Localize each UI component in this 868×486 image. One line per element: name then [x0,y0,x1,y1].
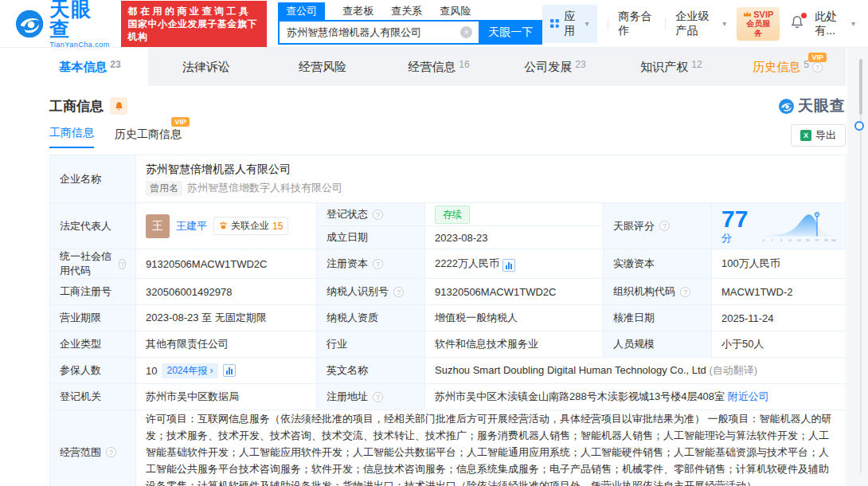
business-info-table: 企业名称 苏州智慧倍增机器人有限公司 曾用名 苏州智慧倍增数字人科技有限公司 法… [49,155,846,486]
help-icon[interactable]: ? [812,62,823,73]
reg-status-label: 登记状态 [326,207,368,221]
related-companies-badge[interactable]: 关联企业 15 [213,217,288,235]
subtab-history-business-info[interactable]: VIP 历史工商信息 [115,127,182,148]
reg-authority-value: 苏州市吴中区数据局 [136,384,317,410]
top-header: 天眼查 TianYanCha.com 都在用的商业查询工具 国家中小企业发展子基… [0,0,868,48]
help-icon[interactable]: ? [680,287,690,297]
legal-rep-avatar[interactable]: 王 [146,214,170,238]
company-type-label: 企业类型 [50,331,136,358]
uscc-label: 统一社会信用代码 [60,249,114,278]
subscribe-bell-icon[interactable] [110,97,127,115]
reg-status-badge: 存续 [435,206,470,224]
en-name-label: 英文名称 [317,358,425,384]
nearby-companies-link[interactable]: 附近公司 [728,390,769,402]
apps-menu[interactable]: 应用 ▾ [542,5,596,43]
tab-history-info[interactable]: VIP 历史信息5 ? [729,48,846,86]
former-name-badge: 曾用名 [146,181,182,196]
tianyan-score[interactable]: 77 分 [721,206,836,247]
table-row: 经营范围 ? 许可项目：互联网信息服务（依法须经批准的项目，经相关部门批准后方可… [50,410,846,486]
svg-text:15: 15 [788,237,792,241]
svg-text:3: 3 [780,237,782,241]
subtab-business-info[interactable]: 工商信息 [49,126,94,148]
tab-legal-proceedings[interactable]: 法律诉讼 [148,48,264,86]
svg-text:85: 85 [807,237,810,241]
taxpayer-quali-value: 增值税一般纳税人 [425,305,604,331]
feedback-widget-icon[interactable] [854,121,864,131]
org-code-label: 组织机构代码 [613,284,675,299]
help-icon[interactable]: ? [393,287,404,297]
former-name: 苏州智慧倍增数字人科技有限公司 [187,181,342,195]
tab-basic-info[interactable]: 基本信息23 [32,48,148,86]
company-nav-tabs: 基本信息23 法律诉讼 经营风险 经营信息16 公司发展23 知识产权12 VI… [32,48,846,86]
est-date: 2023-08-23 [425,226,604,249]
help-icon[interactable]: ? [119,259,126,269]
svg-text:97: 97 [815,237,819,241]
table-row: 工商注册号 320506001492978 纳税人识别号 ? 91320506M… [50,279,846,305]
tianyancha-logo-icon [14,8,45,40]
help-icon[interactable]: ? [373,210,383,220]
user-account-menu[interactable]: 此处有... ▾ [815,10,855,38]
svip-membership-button[interactable]: SVIP 会员服务 [737,7,780,41]
tianyancha-logo[interactable]: 天眼查 TianYanCha.com [14,0,111,49]
header-menu: 应用 ▾ 商务合作 企业级产品 ▾ SVIP 会员服务 [542,5,868,43]
industry-label: 行业 [317,331,425,358]
capital-chart-icon[interactable] [502,259,515,272]
reg-no-label: 工商注册号 [50,279,136,305]
notification-bell-icon[interactable] [790,15,804,32]
search-tabs: 查公司 查老板 查关系 查风险 [278,2,542,20]
tab-company-development[interactable]: 公司发展23 [497,48,613,86]
enterprise-product-menu[interactable]: 企业级产品 ▾ [675,10,726,38]
divider [608,18,608,29]
scrollbar-thumb[interactable] [859,59,862,115]
table-row: 统一社会信用代码 ? 91320506MACW1TWD2C 注册资本 ? 222… [50,249,846,279]
cooperation-link[interactable]: 商务合作 [618,10,654,38]
legal-rep-link[interactable]: 王建平 [176,219,207,233]
company-name: 苏州智慧倍增机器人有限公司 [146,163,836,177]
business-info-card: 工商信息 天眼查 工商信息 VIP 历史工商信息 X 导出 [49,86,846,486]
term-value: 2023-08-23 至 无固定期限 [136,305,317,331]
org-code-value: MACW1TWD-2 [712,279,846,305]
logo-domain: TianYanCha.com [49,41,111,49]
paid-capital-value: 100万人民币 [712,249,846,279]
insured-value: 10 [146,365,157,377]
company-name-label: 企业名称 [50,155,136,203]
tab-intellectual-property[interactable]: 知识产权12 [613,48,729,86]
paid-capital-label: 实缴资本 [604,249,712,279]
score-value: 77 [721,206,748,232]
promo-line1: 都在用的商业查询工具 [128,5,260,18]
excel-icon: X [800,130,811,141]
search-tab-company[interactable]: 查公司 [278,2,325,20]
help-icon[interactable]: ? [659,221,670,231]
est-date-label: 成立日期 [317,226,425,249]
search-tab-risk[interactable]: 查风险 [440,2,471,20]
tab-operating-info[interactable]: 经营信息16 [381,48,497,86]
apps-grid-icon [550,18,559,29]
chevron-down-icon: ▾ [851,19,855,28]
address-value: 苏州市吴中区木渎镇金山南路288号木渎影视城13号楼4层408室 [435,390,725,402]
search-tab-relation[interactable]: 查关系 [391,2,422,20]
reg-authority-label: 登记机关 [50,384,136,410]
term-label: 营业期限 [50,305,136,331]
score-axis-ticks: 0 1 3 15 50 85 97 99 100 [763,237,837,241]
svg-text:100: 100 [831,237,836,241]
export-button[interactable]: X 导出 [791,124,846,147]
tab-operating-risk[interactable]: 经营风险 [264,48,381,86]
table-row: 参保人数 10 2024年报 › 英文名称 Suzhou Smart Doubl… [50,358,846,384]
approval-date-label: 核准日期 [604,305,712,331]
search-button[interactable]: 天眼一下 [479,20,542,45]
svg-text:99: 99 [824,237,827,241]
chevron-down-icon: ▾ [585,19,589,28]
help-icon[interactable]: ? [373,259,383,269]
score-unit: 分 [721,232,732,244]
divider [665,18,666,29]
score-distribution-chart: 0 1 3 15 50 85 97 99 100 [762,206,836,247]
table-row: 企业类型 其他有限责任公司 行业 软件和信息技术服务业 人员规模 小于50人 [50,331,846,358]
watermark-logo: 天眼查 [778,96,846,116]
help-icon[interactable]: ? [373,392,383,402]
help-icon[interactable]: ? [106,447,116,457]
en-name-value: Suzhou Smart Doubling Digital Human Tech… [435,364,706,376]
search-input[interactable] [278,20,479,45]
annual-report-link[interactable]: 2024年报 › [162,363,217,378]
search-tab-boss[interactable]: 查老板 [342,2,373,20]
insured-chart-icon[interactable] [223,364,236,377]
